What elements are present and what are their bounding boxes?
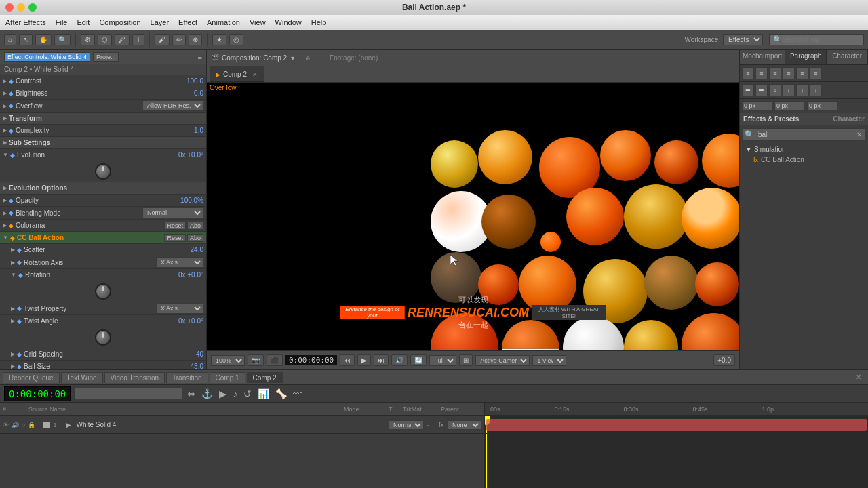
next-frame-btn[interactable]: ⏭ — [374, 354, 389, 366]
prop-twist-property[interactable]: ▶ ◆ Twist Property X Axis — [0, 302, 206, 315]
prop-scatter[interactable]: ▶ ◆ Scatter 24.0 — [0, 244, 206, 256]
spacing-3[interactable] — [807, 101, 837, 110]
prop-value[interactable]: 0x +0.0° — [163, 317, 203, 325]
effects-search-input[interactable] — [755, 129, 854, 140]
comp-view-area[interactable]: Over low 可以发现 Enhance the design of your… — [207, 83, 739, 350]
prop-value[interactable]: 0x +0.0° — [163, 271, 203, 279]
effects-search[interactable]: 🔍 ✕ — [743, 128, 865, 141]
tab-transition[interactable]: Transition — [166, 372, 208, 383]
colorama-abo[interactable]: Abo — [187, 222, 203, 230]
effect-controls-tab[interactable]: Effect Controls: White Solid 4 — [4, 52, 90, 62]
prop-transform[interactable]: ▶ Transform — [0, 113, 206, 125]
maximize-icon[interactable]: ⊕ — [305, 55, 311, 62]
tl-btn-graph[interactable]: 📊 — [256, 388, 271, 399]
toolbar-eraser[interactable]: ✏ — [172, 34, 186, 45]
layer-name[interactable]: White Solid 4 — [76, 421, 386, 428]
prop-complexity[interactable]: ▶ ◆ Complexity 1.0 — [0, 125, 206, 137]
justify-btn[interactable]: ≡ — [783, 67, 795, 79]
comp-settings-btn[interactable]: +0.0 — [713, 354, 735, 366]
tl-btn-preview[interactable]: ▶ — [218, 388, 228, 399]
prop-value[interactable]: 24.0 — [163, 246, 203, 253]
tl-btn-anchor[interactable]: ⚓ — [200, 388, 214, 399]
toolbar-settings[interactable]: ⚙ — [81, 34, 95, 45]
layer-mode[interactable]: Normal — [389, 420, 424, 430]
prop-value[interactable]: 0x +0.0° — [163, 151, 203, 159]
comp-dropdown-arrow[interactable]: ▼ — [290, 55, 296, 62]
tab-comp2[interactable]: Comp 2 — [247, 372, 283, 383]
zoom-select[interactable]: 100% — [211, 355, 245, 366]
twist-dial[interactable] — [95, 329, 111, 346]
align-center-btn[interactable]: ≡ — [755, 67, 768, 79]
prop-overflow[interactable]: ▶ ◆ Overflow Allow HDR Res... — [0, 100, 206, 113]
indent-left-btn[interactable]: ⬅ — [742, 84, 754, 96]
lock-icon[interactable]: 🔒 — [28, 422, 35, 428]
twist-property-select[interactable]: X Axis — [156, 303, 203, 314]
align-right-btn[interactable]: ≡ — [769, 67, 781, 79]
play-btn[interactable]: ▶ — [357, 354, 371, 366]
prop-contrast[interactable]: ▶ ◆ Contrast 100.0 — [0, 75, 206, 87]
timeline-ruler-area[interactable]: 00s 0:15s 0:30s 0:45s 1:0p — [485, 403, 868, 488]
toolbar-clone[interactable]: ⊕ — [189, 34, 202, 45]
toolbar-zoom[interactable]: 🔍 — [54, 34, 71, 45]
toolbar-brush[interactable]: 🖌 — [155, 34, 170, 45]
tl-btn-motion[interactable]: 〰 — [292, 388, 304, 399]
menu-effect[interactable]: Effect — [178, 18, 197, 26]
tab-render-queue[interactable]: Render Queue — [3, 372, 60, 383]
toolbar-pen[interactable]: 🖊 — [115, 34, 130, 45]
prop-value[interactable]: 100.0% — [163, 197, 203, 204]
project-tab[interactable]: Proje... — [93, 52, 119, 62]
timeline-timecode[interactable]: 0:00:00:00 — [4, 386, 71, 401]
menu-layer[interactable]: Layer — [151, 18, 170, 26]
prop-value[interactable]: 1.0 — [163, 127, 203, 134]
align-left-btn[interactable]: ≡ — [742, 67, 754, 79]
evolution-dial[interactable] — [95, 163, 111, 180]
prop-value[interactable]: 100.0 — [163, 77, 203, 85]
spacing-2[interactable] — [774, 101, 805, 110]
prop-evolution-options[interactable]: ▶ Evolution Options — [0, 182, 206, 195]
toolbar-puppet[interactable]: ★ — [212, 34, 226, 45]
prop-opacity[interactable]: ▶ ◆ Opacity 100.0% — [0, 195, 206, 207]
prop-value[interactable]: 40 — [163, 350, 203, 358]
camera-select[interactable]: Active Camera — [475, 355, 530, 366]
timeline-close-btn[interactable]: ✕ — [852, 373, 865, 381]
menu-aftereffects[interactable]: After Effects — [5, 18, 46, 26]
toolbar-select[interactable]: ↖ — [19, 34, 33, 45]
prop-rotation-axis[interactable]: ▶ ◆ Rotation Axis X Axis — [0, 256, 206, 269]
indent-3-btn[interactable]: ↕ — [769, 84, 781, 96]
tab-video-transition[interactable]: Video Transition — [104, 372, 165, 383]
toolbar-roto[interactable]: ◎ — [229, 34, 243, 45]
tl-btn-bone[interactable]: 🦴 — [274, 388, 288, 399]
toolbar-text[interactable]: T — [132, 34, 144, 45]
grid-btn[interactable]: ⊞ — [459, 354, 473, 366]
snapshot-btn[interactable]: 📷 — [248, 354, 264, 366]
overflow-select[interactable]: Allow HDR Res... — [142, 100, 203, 111]
audio-btn[interactable]: 🔊 — [391, 354, 408, 366]
view-select[interactable]: 1 View — [532, 355, 566, 366]
solo-icon[interactable]: ○ — [22, 422, 25, 428]
menu-help[interactable]: Help — [311, 18, 327, 26]
menu-edit[interactable]: Edit — [77, 18, 90, 26]
tab-character[interactable]: Character — [827, 50, 868, 64]
tl-btn-loop[interactable]: ↺ — [242, 388, 253, 399]
prop-sub-settings[interactable]: ▶ Sub Settings — [0, 137, 206, 149]
audio-icon[interactable]: 🔊 — [12, 422, 19, 428]
prop-colorama[interactable]: ▶ ◆ Colorama Reset Abo — [0, 220, 206, 232]
cc-ball-action-item[interactable]: fx CC Ball Action — [743, 155, 865, 165]
justify-all-btn[interactable]: ≡ — [810, 67, 822, 79]
prop-cc-ball-action[interactable]: ▼ ◆ CC Ball Action Reset Abo — [0, 232, 206, 244]
indent-right-btn[interactable]: ➡ — [755, 84, 768, 96]
prop-rotation[interactable]: ▼ ◆ Rotation 0x +0.0° — [0, 269, 206, 281]
panel-menu-icon[interactable]: ≡ — [198, 53, 202, 61]
menu-composition[interactable]: Composition — [99, 18, 140, 26]
prop-evolution[interactable]: ▼ ◆ Evolution 0x +0.0° — [0, 149, 206, 161]
colorama-reset[interactable]: Reset — [164, 222, 186, 230]
prop-blending-mode[interactable]: ▶ ◆ Blending Mode Normal — [0, 207, 206, 220]
effects-simulation-category[interactable]: ▼ Simulation — [743, 144, 865, 155]
quality-select[interactable]: Full — [429, 355, 456, 366]
justify-last-btn[interactable]: ≡ — [796, 67, 808, 79]
show-channel-btn[interactable]: ⬛ — [267, 354, 283, 366]
comp-tab[interactable]: ▶ Comp 2 ✕ — [210, 66, 264, 82]
comp-tab-close[interactable]: ✕ — [252, 71, 258, 78]
prop-grid-spacing[interactable]: ▶ ◆ Grid Spacing 40 — [0, 348, 206, 361]
rotation-axis-select[interactable]: X Axis — [156, 257, 203, 268]
